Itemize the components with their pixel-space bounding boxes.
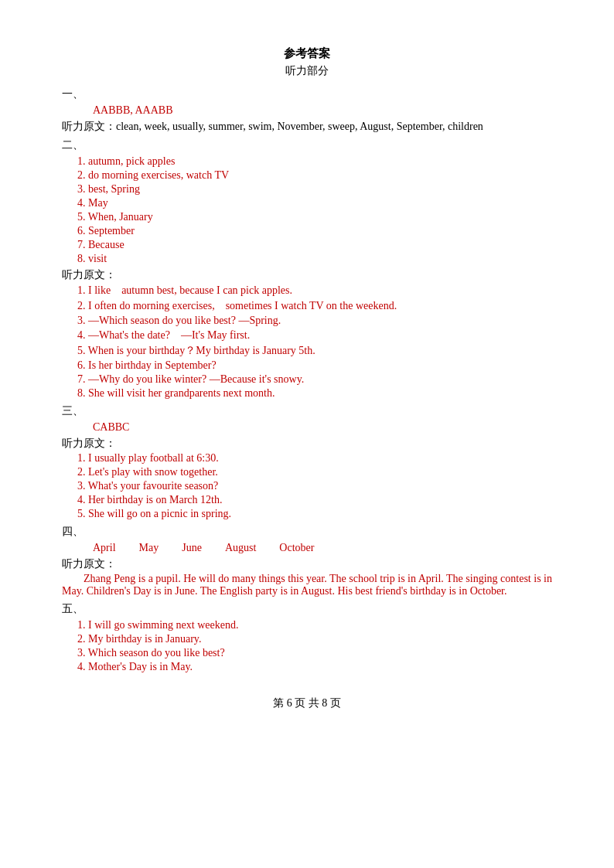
section-er-answer-7: 7. Because	[77, 239, 552, 251]
section-wu-label: 五、	[62, 602, 552, 616]
section-er-answer-1: 1. autumn, pick apples	[77, 155, 552, 168]
section-er-source-3: 3. —Which season do you like best? —Spri…	[77, 315, 552, 327]
section-san-label: 三、	[62, 404, 552, 418]
section-wu: 五、 1. I will go swimming next weekend. 2…	[62, 602, 552, 673]
section-wu-item-4: 4. Mother's Day is in May.	[77, 661, 552, 673]
page-subtitle: 听力部分	[62, 64, 552, 78]
section-er-answer-8: 8. visit	[77, 253, 552, 265]
page-title: 参考答案	[62, 46, 552, 61]
si-answer-3: June	[182, 542, 202, 554]
section-san-source-2: 2. Let's play with snow together.	[77, 466, 552, 478]
section-san-source-5: 5. She will go on a picnic in spring.	[77, 508, 552, 520]
si-answer-2: May	[139, 542, 159, 554]
section-si-source-label: 听力原文：	[62, 557, 552, 571]
section-yi-label: 一、	[62, 87, 552, 101]
section-yi: 一、 AABBB, AAABB 听力原文：clean, week, usuall…	[62, 87, 552, 134]
section-wu-item-2: 2. My birthday is in January.	[77, 633, 552, 645]
section-er-source-1: 1. I like autumn best, because I can pic…	[77, 284, 552, 298]
section-er-source-7: 7. —Why do you like winter? —Because it'…	[77, 373, 552, 386]
section-er-source-label: 听力原文：	[62, 268, 552, 282]
section-san-source-4: 4. Her birthday is on March 12th.	[77, 494, 552, 506]
section-si: 四、 April May June August October 听力原文： Z…	[62, 525, 552, 597]
section-er-source-2: 2. I often do morning exercises, sometim…	[77, 299, 552, 313]
page-footer: 第 6 页 共 8 页	[62, 696, 552, 710]
si-answer-5: October	[279, 542, 314, 554]
section-wu-item-3: 3. Which season do you like best?	[77, 647, 552, 659]
section-si-paragraph: Zhang Peng is a pupil. He will do many t…	[62, 573, 552, 597]
section-er-source-8: 8. She will visit her grandparents next …	[77, 387, 552, 400]
section-yi-source: 听力原文：clean, week, usually, summer, swim,…	[62, 120, 552, 134]
section-er-answer-3: 3. best, Spring	[77, 183, 552, 196]
section-er-label: 二、	[62, 138, 552, 152]
section-san-source-label: 听力原文：	[62, 437, 552, 451]
section-er-answer-2: 2. do morning exercises, watch TV	[77, 169, 552, 182]
section-er-source-5: 5. When is your birthday？My birthday is …	[77, 344, 552, 358]
section-er-answer-5: 5. When, January	[77, 211, 552, 223]
section-san-source-3: 3. What's your favourite season?	[77, 480, 552, 492]
section-yi-answer: AABBB, AAABB	[93, 104, 552, 117]
section-san-source-1: 1. I usually play football at 6:30.	[77, 452, 552, 465]
section-si-answers: April May June August October	[93, 542, 552, 554]
section-san: 三、 CABBC 听力原文： 1. I usually play footbal…	[62, 404, 552, 520]
section-wu-item-1: 1. I will go swimming next weekend.	[77, 619, 552, 631]
si-answer-1: April	[93, 542, 116, 554]
section-er: 二、 1. autumn, pick apples 2. do morning …	[62, 138, 552, 400]
si-answer-4: August	[225, 542, 256, 554]
section-er-answer-4: 4. May	[77, 197, 552, 209]
section-si-label: 四、	[62, 525, 552, 539]
section-er-source-4: 4. —What's the date? —It's May first.	[77, 328, 552, 342]
section-er-source-6: 6. Is her birthday in September?	[77, 359, 552, 372]
section-er-answer-6: 6. September	[77, 225, 552, 237]
section-san-answer: CABBC	[93, 421, 552, 434]
